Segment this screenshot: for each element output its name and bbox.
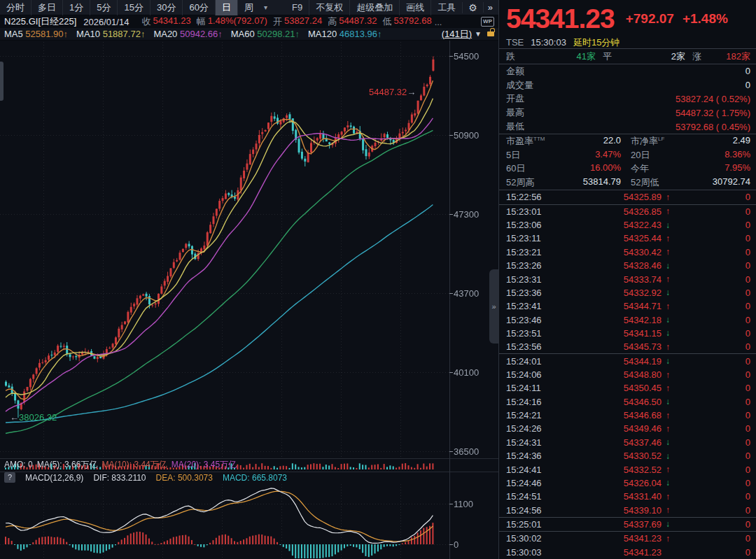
tick-row[interactable]: 15:23:5654345.73↑0 bbox=[499, 340, 756, 354]
tick-row[interactable]: 15:24:0654348.80↑0 bbox=[499, 368, 756, 381]
tick-row[interactable]: 15:25:0154337.69↓0 bbox=[499, 518, 756, 532]
tick-volume: 0 bbox=[746, 341, 750, 352]
tick-price: 54337.46 bbox=[570, 437, 662, 448]
tab-period-1分[interactable]: 1分 bbox=[62, 0, 90, 15]
period-dropdown-icon[interactable]: ▼ bbox=[475, 30, 482, 38]
panel-collapse-handle[interactable]: » bbox=[489, 269, 498, 344]
tick-row[interactable]: 15:30:0354341.230 bbox=[499, 546, 756, 559]
down-label: 跌 bbox=[506, 50, 515, 63]
up-arrow-icon: ↑ bbox=[662, 274, 674, 284]
tick-price: 54332.92 bbox=[570, 288, 662, 298]
tab-period-15分[interactable]: 15分 bbox=[117, 0, 149, 15]
stat-row[interactable]: 最低53792.68 ( 0.45%) bbox=[499, 120, 756, 134]
ma-legend-MA20: MA20 50942.66↑ bbox=[153, 29, 222, 39]
tick-row[interactable]: 15:23:2154330.42↑0 bbox=[499, 246, 756, 259]
quote-label: 低 bbox=[382, 15, 391, 28]
stat-row[interactable]: 最高54487.32 ( 1.75%) bbox=[499, 106, 756, 120]
amo-indicator-legend: AMO: 0MA(5): 3.66万亿MA(10): 3.44万亿MA(20):… bbox=[4, 459, 241, 471]
tick-row[interactable]: 15:24:0154344.19↓0 bbox=[499, 354, 756, 367]
stat-label: 最高 bbox=[506, 106, 524, 119]
quote-panel: 54341.23 +792.07 +1.48% TSE 15:30:03 延时1… bbox=[498, 0, 756, 559]
tab-period-多日[interactable]: 多日 bbox=[31, 0, 62, 15]
toolbar-button-F9[interactable]: F9 bbox=[286, 0, 309, 15]
tick-time: 15:24:36 bbox=[506, 451, 570, 461]
ratio-label: 52周高 bbox=[506, 176, 534, 189]
tick-time: 15:24:11 bbox=[506, 383, 570, 393]
tick-row[interactable]: 15:23:3654332.92↓0 bbox=[499, 286, 756, 299]
tick-volume: 0 bbox=[746, 410, 750, 420]
visible-period-label[interactable]: (141日) bbox=[442, 28, 472, 41]
tick-volume: 0 bbox=[746, 383, 750, 393]
up-count: 182家 bbox=[726, 50, 750, 63]
quote-value: 53827.24 bbox=[284, 15, 322, 28]
tick-time: 15:23:11 bbox=[506, 233, 570, 243]
tick-row[interactable]: 15:23:4654342.18↓0 bbox=[499, 313, 756, 326]
tick-volume: 0 bbox=[746, 301, 750, 311]
ratio-row[interactable]: 60日16.00%今年7.95% bbox=[499, 162, 756, 176]
tick-row[interactable]: 15:23:2654328.46↓0 bbox=[499, 259, 756, 272]
tick-row[interactable]: 15:24:5154331.40↑0 bbox=[499, 490, 756, 503]
tick-row[interactable]: 15:23:1154325.44↑0 bbox=[499, 232, 756, 245]
tick-row[interactable]: 15:24:4654326.04↓0 bbox=[499, 476, 756, 490]
quote-ellipsis: ... bbox=[435, 17, 442, 27]
tick-row[interactable]: 15:30:0254341.23↑0 bbox=[499, 532, 756, 545]
tab-period-日[interactable]: 日 bbox=[215, 0, 237, 15]
tick-row[interactable]: 15:24:4154332.52↑0 bbox=[499, 462, 756, 476]
y-axis-label: 36500 bbox=[454, 446, 479, 457]
tick-row[interactable]: 15:24:1154350.45↑0 bbox=[499, 381, 756, 395]
stat-row[interactable]: 开盘53827.24 ( 0.52%) bbox=[499, 92, 756, 106]
tick-volume: 0 bbox=[746, 397, 750, 407]
tick-volume: 0 bbox=[746, 247, 750, 257]
up-label: 涨 bbox=[692, 50, 701, 63]
ratio-row[interactable]: 52周高53814.7952周低30792.74 bbox=[499, 176, 756, 190]
wp-monitor-icon[interactable]: WP bbox=[481, 17, 494, 27]
tick-row[interactable]: 15:23:5154341.15↓0 bbox=[499, 327, 756, 340]
macd-segment: MACD: 665.8073 bbox=[223, 473, 287, 483]
tick-row[interactable]: 15:24:5654339.10↑0 bbox=[499, 503, 756, 517]
tick-row[interactable]: 15:24:1654346.50↓0 bbox=[499, 395, 756, 409]
tab-period-分时[interactable]: 分时 bbox=[0, 0, 31, 15]
tick-price: 54333.74 bbox=[570, 274, 662, 285]
ratio-row[interactable]: 5日3.47%20日8.36% bbox=[499, 148, 756, 162]
tick-row[interactable]: 15:23:0654322.43↓0 bbox=[499, 218, 756, 232]
left-panel-collapse-handle[interactable] bbox=[0, 62, 4, 101]
up-arrow-icon: ↑ bbox=[662, 505, 674, 515]
tab-period-5分[interactable]: 5分 bbox=[90, 0, 117, 15]
help-icon[interactable]: ? bbox=[4, 472, 15, 483]
tick-row[interactable]: 15:24:2654349.46↑0 bbox=[499, 422, 756, 435]
ma-label: MA5 bbox=[4, 29, 25, 39]
stat-row[interactable]: 成交量0 bbox=[499, 78, 756, 92]
tick-row[interactable]: 15:24:2154346.68↑0 bbox=[499, 409, 756, 422]
more-periods-dropdown-icon[interactable]: ▾ bbox=[260, 3, 272, 11]
stat-row[interactable]: 金额0 bbox=[499, 64, 756, 78]
tick-row[interactable]: 15:22:5654325.89↑0 bbox=[499, 190, 756, 204]
tick-volume: 0 bbox=[746, 220, 750, 230]
tick-time: 15:23:06 bbox=[506, 220, 570, 230]
tick-row[interactable]: 15:23:3154333.74↑0 bbox=[499, 272, 756, 285]
y-axis-label: 40100 bbox=[454, 367, 479, 378]
tick-price: 54344.19 bbox=[570, 356, 662, 367]
toolbar-button-超级叠加[interactable]: 超级叠加 bbox=[349, 0, 399, 15]
toolbar-button-不复权[interactable]: 不复权 bbox=[309, 0, 349, 15]
tick-row[interactable]: 15:24:3654330.52↓0 bbox=[499, 449, 756, 462]
tick-row[interactable]: 15:23:4154344.71↑0 bbox=[499, 299, 756, 313]
symbol-name[interactable]: N225.GI[日经225] bbox=[4, 15, 76, 28]
unlock-icon[interactable] bbox=[487, 31, 494, 36]
ratio-value: 7.95% bbox=[724, 162, 750, 175]
tab-period-周[interactable]: 周 bbox=[237, 0, 260, 15]
ratio-row[interactable]: 市盈率TTM22.0市净率LF2.49 bbox=[499, 134, 756, 148]
tab-period-30分[interactable]: 30分 bbox=[150, 0, 182, 15]
macd-values: MACD(12,26,9)DIF: 833.2110DEA: 500.3073M… bbox=[25, 473, 297, 483]
tick-volume: 0 bbox=[746, 491, 750, 502]
tick-row[interactable]: 15:24:3154337.46↓0 bbox=[499, 436, 756, 449]
tab-period-60分[interactable]: 60分 bbox=[182, 0, 214, 15]
ratio-label: 5日 bbox=[506, 149, 520, 162]
toolbar-button-画线[interactable]: 画线 bbox=[399, 0, 430, 15]
toolbar-button-工具[interactable]: 工具 bbox=[430, 0, 462, 15]
gear-icon[interactable]: ⚙ bbox=[462, 2, 483, 13]
tick-row[interactable]: 15:23:0154326.85↑0 bbox=[499, 205, 756, 218]
tick-time: 15:24:26 bbox=[506, 423, 570, 434]
toolbar-overflow-icon[interactable]: » bbox=[483, 2, 498, 13]
last-price: 54341.23 bbox=[506, 3, 615, 34]
tick-price: 54344.71 bbox=[570, 301, 662, 311]
